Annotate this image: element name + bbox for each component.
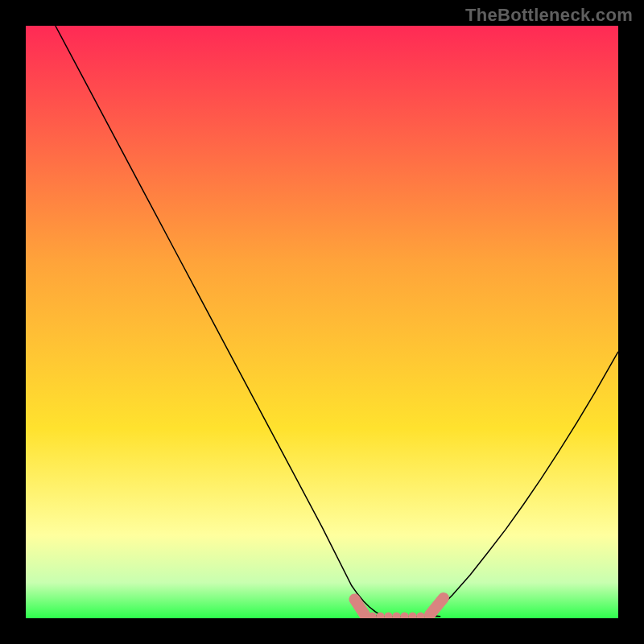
watermark-label: TheBottleneck.com bbox=[465, 5, 633, 26]
gradient-background bbox=[26, 26, 618, 618]
chart-frame: TheBottleneck.com bbox=[0, 0, 644, 644]
plot-area bbox=[26, 26, 618, 618]
chart-svg bbox=[26, 26, 618, 618]
